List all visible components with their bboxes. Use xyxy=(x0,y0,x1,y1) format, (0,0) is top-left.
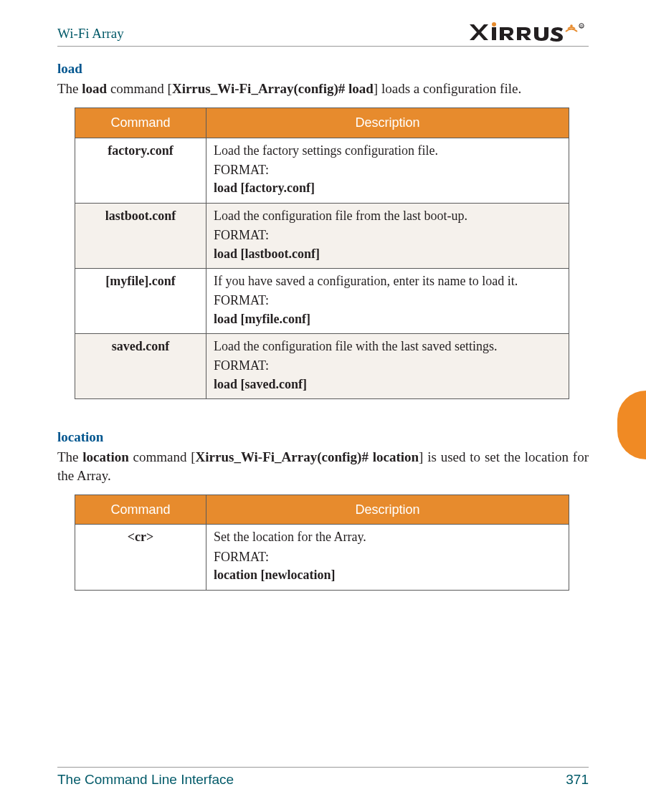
cmd-name: saved.conf xyxy=(75,334,206,399)
table-row: <cr> Set the location for the Array. FOR… xyxy=(75,525,569,590)
table-row: [myfile].conf If you have saved a config… xyxy=(75,268,569,333)
cmd-desc: Load the configuration file from the las… xyxy=(206,203,569,268)
table-header-row: Command Description xyxy=(75,495,569,525)
cmd-name: <cr> xyxy=(75,525,206,590)
location-command-table: Command Description <cr> Set the locatio… xyxy=(75,495,569,590)
col-description: Description xyxy=(206,495,569,525)
col-command: Command xyxy=(75,108,206,138)
xirrus-logo-icon: R xyxy=(467,22,589,43)
col-command: Command xyxy=(75,495,206,525)
section-title: location xyxy=(57,428,589,446)
svg-point-1 xyxy=(492,22,496,27)
table-row: factory.conf Load the factory settings c… xyxy=(75,138,569,203)
svg-text:R: R xyxy=(580,24,583,29)
brand-logo: R xyxy=(467,22,589,43)
section-location: location The location command [Xirrus_Wi… xyxy=(57,428,589,590)
section-intro: The location command [Xirrus_Wi-Fi_Array… xyxy=(57,448,589,484)
product-name: Wi-Fi Array xyxy=(57,24,124,43)
cmd-desc: If you have saved a configuration, enter… xyxy=(206,268,569,333)
cmd-desc: Load the configuration file with the las… xyxy=(206,334,569,399)
section-title: load xyxy=(57,59,589,78)
cmd-desc: Set the location for the Array. FORMAT: … xyxy=(206,525,569,590)
load-command-table: Command Description factory.conf Load th… xyxy=(75,108,569,399)
section-load: load The load command [Xirrus_Wi-Fi_Arra… xyxy=(57,59,589,399)
cmd-name: lastboot.conf xyxy=(75,203,206,268)
svg-rect-0 xyxy=(492,27,496,40)
col-description: Description xyxy=(206,108,569,138)
footer-title: The Command Line Interface xyxy=(57,772,234,788)
cmd-name: factory.conf xyxy=(75,138,206,203)
footer-page-number: 371 xyxy=(566,772,589,788)
page-content: Wi-Fi Array xyxy=(0,0,646,812)
cmd-name: [myfile].conf xyxy=(75,268,206,333)
page-footer: The Command Line Interface 371 xyxy=(57,767,589,788)
table-row: lastboot.conf Load the configuration fil… xyxy=(75,203,569,268)
table-row: saved.conf Load the configuration file w… xyxy=(75,334,569,399)
page-header: Wi-Fi Array xyxy=(57,22,589,47)
cmd-desc: Load the factory settings configuration … xyxy=(206,138,569,203)
table-header-row: Command Description xyxy=(75,108,569,138)
section-intro: The load command [Xirrus_Wi-Fi_Array(con… xyxy=(57,80,589,98)
